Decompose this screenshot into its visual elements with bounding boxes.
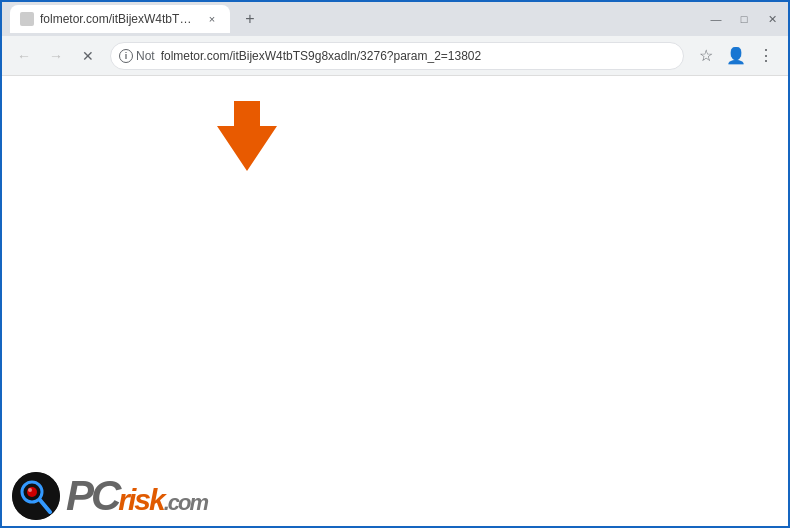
title-bar: folmetor.com/itBijexW4tbTS9g8... × + — □… xyxy=(2,2,788,36)
address-bar[interactable]: i Not folmetor.com/itBijexW4tbTS9g8xadln… xyxy=(110,42,684,70)
tab-favicon xyxy=(20,12,34,26)
minimize-button[interactable]: — xyxy=(708,11,724,27)
tab-close-button[interactable]: × xyxy=(204,11,220,27)
forward-button[interactable]: → xyxy=(42,42,70,70)
info-icon: i xyxy=(119,49,133,63)
profile-button[interactable]: 👤 xyxy=(722,42,750,70)
svg-point-1 xyxy=(12,472,60,520)
back-button[interactable]: ← xyxy=(10,42,38,70)
toolbar-actions: ☆ 👤 ⋮ xyxy=(692,42,780,70)
window-controls: — □ ✕ xyxy=(708,11,780,27)
url-display: folmetor.com/itBijexW4tbTS9g8xadln/3276?… xyxy=(161,49,675,63)
bookmark-button[interactable]: ☆ xyxy=(692,42,720,70)
page-content: PCrisk.com xyxy=(2,76,788,528)
maximize-button[interactable]: □ xyxy=(736,11,752,27)
browser-toolbar: ← → ✕ i Not folmetor.com/itBijexW4tbTS9g… xyxy=(2,36,788,76)
pcrisk-watermark: PCrisk.com xyxy=(12,472,207,520)
new-tab-button[interactable]: + xyxy=(238,7,262,31)
close-window-button[interactable]: ✕ xyxy=(764,11,780,27)
menu-button[interactable]: ⋮ xyxy=(752,42,780,70)
security-indicator[interactable]: i Not xyxy=(119,49,155,63)
pcrisk-text: PCrisk.com xyxy=(66,475,207,517)
reload-button[interactable]: ✕ xyxy=(74,42,102,70)
pcrisk-pc-text: PCrisk.com xyxy=(66,475,207,517)
tab-title: folmetor.com/itBijexW4tbTS9g8... xyxy=(40,12,198,26)
svg-marker-0 xyxy=(217,101,277,171)
security-status-text: Not xyxy=(136,49,155,63)
pcrisk-logo-icon xyxy=(12,472,60,520)
arrow-annotation xyxy=(202,96,292,180)
browser-tab[interactable]: folmetor.com/itBijexW4tbTS9g8... × xyxy=(10,5,230,33)
svg-point-5 xyxy=(28,488,32,492)
svg-point-4 xyxy=(27,487,37,497)
